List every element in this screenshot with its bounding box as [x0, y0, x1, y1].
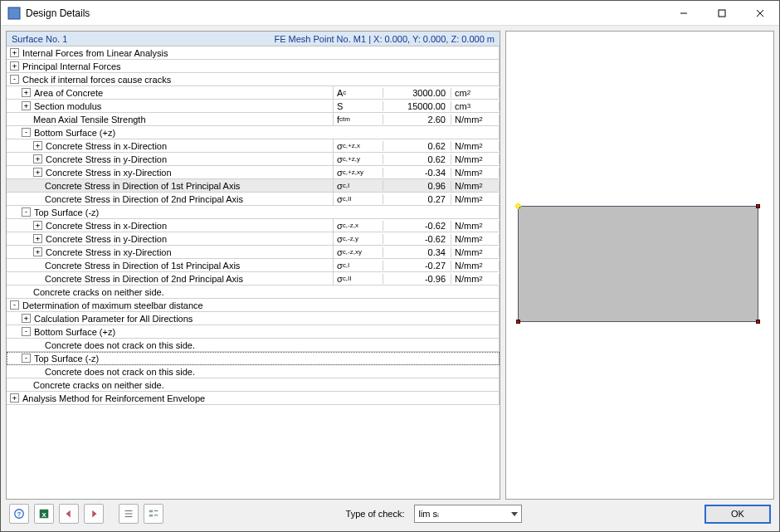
ok-button[interactable]: OK	[704, 505, 771, 524]
type-of-check-value: lim sᵢ	[418, 509, 439, 520]
expand-icon[interactable]: +	[10, 61, 19, 71]
collapse-icon[interactable]: -	[22, 354, 31, 363]
tree-row[interactable]: +Calculation Parameter for All Direction…	[7, 312, 500, 325]
expand-icon[interactable]: +	[33, 221, 42, 230]
tree-row[interactable]: +Section modulusS15000.00cm3	[7, 100, 500, 113]
surface-shape[interactable]	[518, 206, 758, 322]
row-symbol: S	[334, 101, 383, 111]
help-button[interactable]: ?	[9, 504, 29, 524]
expand-icon[interactable]: +	[33, 141, 42, 150]
header-surface: Surface No. 1	[12, 34, 67, 44]
tree-row[interactable]: +Concrete Stress in y-Directionσc,-z,y-0…	[7, 232, 500, 246]
tree-row[interactable]: +Concrete Stress in x-Directionσc,-z,x-0…	[7, 219, 500, 232]
svg-rect-2	[719, 10, 725, 17]
ok-button-label: OK	[731, 509, 744, 519]
row-value: 3000.00	[383, 88, 451, 98]
tree-row[interactable]: +Principal Internal Forces	[7, 60, 500, 73]
export-excel-button[interactable]: X	[34, 504, 54, 524]
collapse-icon[interactable]: -	[22, 327, 31, 336]
expand-icon[interactable]: +	[22, 88, 31, 97]
tree-row[interactable]: -Check if internal forces cause cracks	[7, 73, 500, 86]
tree-row[interactable]: +Concrete Stress in xy-Directionσc,+z,xy…	[7, 166, 500, 179]
tree-row[interactable]: +Concrete Stress in y-Directionσc,+z,y0.…	[7, 153, 500, 166]
row-unit: N/mm2	[451, 141, 500, 151]
expand-icon[interactable]: +	[33, 154, 42, 164]
expand-icon[interactable]: +	[33, 247, 42, 256]
row-label: +Principal Internal Forces	[7, 60, 500, 72]
row-unit: N/mm2	[451, 234, 500, 244]
row-label: Concrete Stress in Direction of 1st Prin…	[7, 259, 334, 271]
row-label: Mean Axial Tensile Strength	[7, 113, 334, 125]
tree-row[interactable]: Concrete Stress in Direction of 1st Prin…	[7, 179, 500, 193]
expand-icon[interactable]: +	[10, 393, 19, 403]
tree-row[interactable]: +Concrete Stress in xy-Directionσc,-z,xy…	[7, 246, 500, 259]
node-handle[interactable]	[756, 320, 760, 324]
row-symbol: σc,-z,xy	[334, 247, 383, 257]
tree-row[interactable]: Concrete cracks on neither side.	[7, 286, 500, 299]
collapse-icon[interactable]: -	[10, 75, 19, 84]
tree-row[interactable]: +Internal Forces from Linear Analysis	[7, 46, 500, 60]
prev-button[interactable]	[59, 504, 79, 524]
header-mesh-point: FE Mesh Point No. M1 | X: 0.000, Y: 0.00…	[274, 34, 495, 44]
collapse-icon[interactable]: -	[22, 207, 31, 217]
row-unit: N/mm2	[451, 247, 500, 257]
row-value: 0.62	[383, 154, 451, 164]
tree-row[interactable]: Mean Axial Tensile Strengthfctm2.60N/mm2	[7, 113, 500, 126]
node-handle[interactable]	[516, 320, 520, 324]
minimize-button[interactable]	[665, 1, 703, 26]
row-label: -Bottom Surface (+z)	[7, 325, 500, 338]
row-symbol: σc,+z,xy	[334, 168, 383, 178]
row-symbol: σc,+z,x	[334, 141, 383, 151]
node-handle[interactable]	[756, 204, 760, 208]
row-value: -0.62	[383, 221, 451, 231]
row-label: Concrete Stress in Direction of 2nd Prin…	[7, 193, 334, 205]
preview-panel[interactable]	[505, 31, 774, 500]
type-of-check-select[interactable]: lim sᵢ	[414, 505, 522, 523]
row-label: +Concrete Stress in x-Direction	[7, 139, 334, 152]
expand-icon[interactable]: +	[33, 168, 42, 177]
results-panel: Surface No. 1 FE Mesh Point No. M1 | X: …	[6, 31, 500, 500]
tree-row[interactable]: +Concrete Stress in x-Directionσc,+z,x0.…	[7, 139, 500, 153]
detail-view-button[interactable]	[144, 504, 163, 524]
row-label: +Concrete Stress in y-Direction	[7, 232, 334, 245]
row-symbol: σc,I	[334, 181, 383, 191]
collapse-icon[interactable]: -	[10, 300, 19, 310]
tree-row[interactable]: -Bottom Surface (+z)	[7, 126, 500, 139]
expand-icon[interactable]: +	[10, 48, 19, 57]
tree-row[interactable]: -Determination of maximum steelbar dista…	[7, 299, 500, 312]
tree-row[interactable]: Concrete Stress in Direction of 2nd Prin…	[7, 272, 500, 286]
expand-icon[interactable]: +	[22, 314, 31, 323]
tree-row[interactable]: Concrete does not crack on this side.	[7, 365, 500, 378]
type-of-check-label: Type of check:	[346, 509, 405, 519]
results-tree[interactable]: +Internal Forces from Linear Analysis+Pr…	[7, 46, 500, 499]
row-unit: N/mm2	[451, 274, 500, 284]
row-unit: N/mm2	[451, 261, 500, 271]
row-value: -0.27	[383, 261, 451, 271]
tree-row[interactable]: Concrete does not crack on this side.	[7, 339, 500, 352]
close-button[interactable]	[741, 1, 779, 26]
expand-icon[interactable]: +	[22, 101, 31, 110]
row-symbol: σc,-z,x	[334, 221, 383, 231]
tree-row[interactable]: -Top Surface (-z)	[7, 352, 500, 365]
list-view-button[interactable]	[119, 504, 139, 524]
tree-row[interactable]: -Top Surface (-z)	[7, 206, 500, 219]
row-label: Concrete Stress in Direction of 2nd Prin…	[7, 272, 334, 285]
row-value: 2.60	[383, 115, 451, 124]
tree-row[interactable]: -Bottom Surface (+z)	[7, 325, 500, 339]
row-value: 0.62	[383, 141, 451, 151]
tree-row[interactable]: +Area of ConcreteAc3000.00cm2	[7, 86, 500, 100]
svg-rect-14	[149, 510, 153, 513]
svg-marker-10	[92, 510, 96, 518]
row-value: -0.96	[383, 274, 451, 284]
tree-row[interactable]: +Analysis Method for Reinforcement Envel…	[7, 392, 500, 405]
row-label: Concrete does not crack on this side.	[7, 365, 500, 378]
row-symbol: σc,II	[334, 194, 383, 204]
tree-row[interactable]: Concrete Stress in Direction of 2nd Prin…	[7, 193, 500, 206]
tree-row[interactable]: Concrete Stress in Direction of 1st Prin…	[7, 259, 500, 272]
maximize-button[interactable]	[703, 1, 741, 26]
collapse-icon[interactable]: -	[22, 128, 31, 137]
row-label: -Check if internal forces cause cracks	[7, 73, 500, 85]
tree-row[interactable]: Concrete cracks on neither side.	[7, 378, 500, 392]
expand-icon[interactable]: +	[33, 234, 42, 243]
next-button[interactable]	[84, 504, 104, 524]
